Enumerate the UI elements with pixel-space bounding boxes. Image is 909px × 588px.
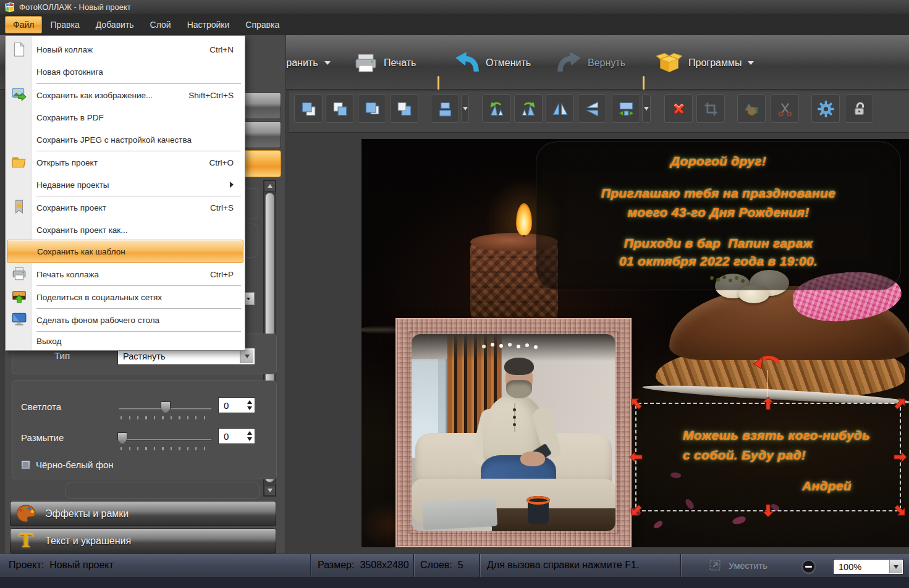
send-backward-icon [396, 101, 413, 117]
resize-handle-se[interactable] [894, 504, 907, 518]
rotate-left-button[interactable] [482, 94, 510, 123]
bw-background-checkbox[interactable] [21, 460, 30, 469]
blur-value: 0 [224, 431, 229, 442]
scroll-down-button[interactable] [264, 485, 276, 496]
blur-spinner[interactable]: 0 [218, 428, 255, 444]
flip-vertical-icon [584, 101, 601, 117]
menu-item-recent-projects[interactable]: Недавние проекты [36, 174, 242, 196]
menu-item-save-project[interactable]: Сохранить проектCtrl+S [36, 196, 242, 219]
menu-item-new-collage[interactable]: Новый коллажCtrl+N [36, 38, 242, 61]
photo-hair [504, 358, 534, 375]
menu-item-exit[interactable]: Выход [36, 331, 242, 351]
bring-to-front-button[interactable] [294, 94, 323, 123]
programs-dropdown-arrow-icon[interactable] [748, 61, 754, 65]
lightness-slider-handle[interactable] [161, 401, 171, 414]
align-button[interactable] [431, 94, 459, 123]
resize-dropdown-button[interactable] [642, 94, 651, 123]
collage-canvas[interactable]: Дорогой друг! Приглашаю тебя на празднов… [361, 139, 909, 547]
type-select-dropdown-icon[interactable] [240, 350, 253, 363]
photo-hands [520, 452, 545, 466]
status-separator [310, 554, 311, 577]
menu-item-open-project[interactable]: Открыть проектCtrl+O [36, 151, 242, 174]
menu-item-save-as-image[interactable]: Сохранить как изображение...Shift+Ctrl+S [36, 84, 242, 106]
resize-handle-nw[interactable] [629, 397, 643, 410]
note-line: Можешь взять кого-нибудь [683, 428, 870, 443]
menu-item-save-jpeg[interactable]: Сохранить JPEG с настройкой качества [36, 128, 242, 151]
align-icon [437, 101, 454, 117]
print-label: Печать [384, 57, 416, 69]
menubar-item-settings[interactable]: Настройки [179, 16, 238, 33]
blur-slider-ticks [120, 447, 212, 450]
menu-item-save-pdf[interactable]: Сохранить в PDF [36, 106, 242, 128]
submenu-arrow-icon [230, 182, 234, 188]
bookmark-star-icon [11, 199, 27, 215]
mask-shape-button[interactable] [737, 94, 766, 123]
send-backward-button[interactable] [390, 94, 418, 123]
zoom-out-button[interactable] [801, 560, 816, 574]
text-decor-button[interactable]: T Текст и украшения [10, 528, 276, 553]
save-dropdown-arrow-icon[interactable] [324, 61, 331, 65]
menubar-item-layer[interactable]: Слой [142, 16, 179, 33]
fit-button[interactable]: Уместить [709, 560, 767, 571]
status-separator [680, 554, 681, 577]
menu-item-print-collage[interactable]: Печать коллажаCtrl+P [36, 263, 242, 285]
zoom-dropdown-icon[interactable] [889, 560, 902, 573]
lightness-spin-buttons[interactable] [247, 400, 252, 410]
resize-handle-sw[interactable] [629, 504, 643, 518]
rotate-handle[interactable] [753, 354, 782, 370]
lightness-spinner[interactable]: 0 [218, 397, 255, 413]
cut-button[interactable] [771, 94, 799, 123]
new-document-icon [11, 41, 27, 57]
open-folder-icon [11, 154, 27, 170]
blur-slider-track[interactable] [119, 439, 211, 440]
flip-vertical-button[interactable] [578, 94, 606, 123]
delete-button[interactable] [664, 94, 693, 123]
resize-handle-ne[interactable] [894, 397, 907, 410]
menubar-item-help[interactable]: Справка [237, 16, 287, 33]
menu-item-save-project-as[interactable]: Сохранить проект как... [36, 219, 242, 241]
rotate-left-icon [488, 101, 505, 117]
menu-item-share-social[interactable]: Поделиться в социальных сетях [36, 286, 242, 308]
undo-button[interactable]: Отменить [454, 44, 535, 82]
note-line: с собой. Буду рад! [683, 448, 806, 463]
programs-button[interactable]: Программы [656, 44, 761, 82]
letter-t-icon: T [15, 532, 36, 550]
blur-spin-buttons[interactable] [247, 431, 252, 441]
blur-slider-handle[interactable] [117, 432, 127, 445]
menu-item-new-photobook[interactable]: Новая фотокнига [36, 61, 242, 83]
menubar-item-add[interactable]: Добавить [88, 16, 142, 33]
save-image-icon [11, 86, 27, 103]
resize-handle-s[interactable] [761, 504, 775, 518]
zoom-level-combobox[interactable]: 100% [833, 559, 903, 574]
send-to-back-button[interactable] [326, 94, 354, 123]
settings-button[interactable] [811, 94, 840, 123]
resize-handle-n[interactable] [761, 397, 775, 410]
scroll-up-button[interactable] [264, 180, 276, 191]
menubar-item-file[interactable]: Файл [5, 16, 42, 33]
status-project: Проект: Новый проект [9, 560, 114, 571]
photo-frame[interactable] [395, 318, 632, 547]
photo-cup-rim [526, 496, 550, 505]
lock-button[interactable] [845, 94, 873, 123]
delete-cross-icon [670, 100, 688, 118]
print-button[interactable]: Печать [353, 44, 428, 82]
flip-horizontal-button[interactable] [546, 94, 574, 123]
help-text: Для вызова справки нажмите F1. [487, 560, 639, 571]
resize-handle-e[interactable] [894, 450, 907, 464]
menu-item-save-as-template[interactable]: Сохранить как шаблон [7, 240, 243, 263]
crop-button[interactable] [696, 94, 725, 123]
birthday-cake [646, 269, 909, 414]
align-dropdown-button[interactable] [461, 94, 469, 123]
menu-item-set-wallpaper[interactable]: Сделать фоном рабочего стола [36, 309, 242, 331]
palette-icon [15, 504, 36, 523]
project-label: Проект: [9, 560, 44, 571]
redo-button[interactable]: Вернуть [556, 44, 636, 82]
invitation-line: моего 43-го Дня Рождения! [536, 205, 901, 220]
note-signature: Андрей [802, 479, 852, 494]
effects-frames-button[interactable]: Эффекты и рамки [10, 501, 276, 526]
bring-forward-button[interactable] [358, 94, 386, 123]
resize-handle-w[interactable] [629, 450, 643, 464]
resize-to-page-button[interactable] [612, 94, 640, 123]
menubar-item-edit[interactable]: Правка [42, 16, 87, 33]
rotate-right-button[interactable] [514, 94, 543, 123]
